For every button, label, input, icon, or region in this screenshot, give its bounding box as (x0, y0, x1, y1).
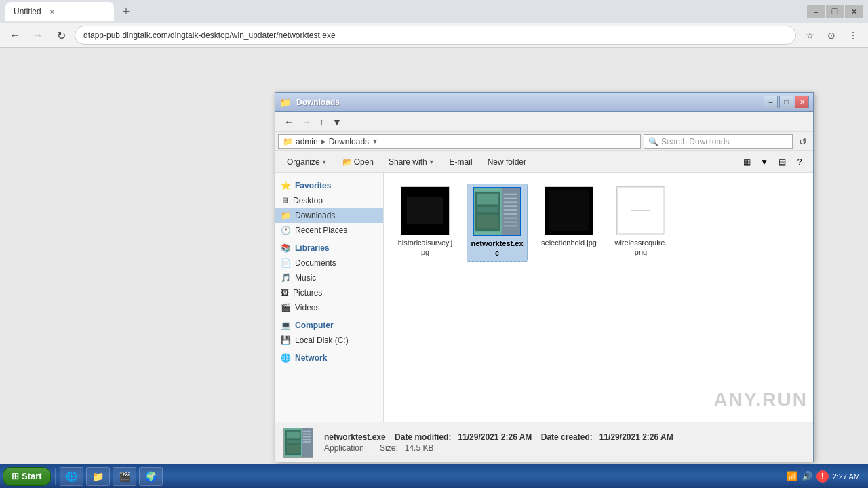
file-selectionhold[interactable]: selectionhold.jpg (538, 184, 599, 262)
refresh-button[interactable]: ↻ (52, 26, 71, 45)
videos-label: Videos (295, 303, 319, 312)
status-date-modified-label: Date modified: (395, 432, 451, 442)
browser-minimize-btn[interactable]: – (807, 5, 825, 18)
file-name-networktest: networktest.exe (470, 239, 524, 258)
browser-tab[interactable]: Untitled × (5, 2, 114, 21)
taskbar-browser-icon: 🌐 (66, 471, 77, 482)
sidebar-item-documents[interactable]: 📄 Documents (275, 256, 383, 270)
file-name-wirelessrequire: wirelessrequire.png (613, 238, 669, 258)
desktop-label: Desktop (293, 196, 323, 205)
open-button[interactable]: 📂 Open (336, 153, 380, 171)
explorer-refresh-btn[interactable]: ↺ (795, 133, 810, 150)
explorer-title: Downloads (296, 98, 761, 107)
tray-icon-sound[interactable]: 🔊 (802, 471, 812, 481)
svg-rect-1 (407, 197, 443, 224)
organize-button[interactable]: Organize ▼ (281, 153, 334, 171)
explorer-path-box[interactable]: 📁 admin ▶ Downloads ▼ (278, 134, 641, 149)
search-placeholder: Search Downloads (661, 137, 730, 146)
sidebar-item-downloads[interactable]: 📁 Downloads (275, 208, 383, 223)
taskbar-item-browser[interactable]: 🌐 (60, 467, 83, 486)
share-arrow: ▼ (429, 159, 435, 165)
svg-rect-3 (502, 188, 520, 235)
sidebar-item-localdisk[interactable]: 💾 Local Disk (C:) (275, 333, 383, 348)
status-type: Application (324, 443, 364, 453)
status-details: Application Size: 14.5 KB (324, 443, 673, 453)
downloads-icon: 📁 (281, 211, 291, 220)
tab-close-btn[interactable]: × (47, 6, 58, 17)
sidebar-computer-header[interactable]: 💻 Computer (275, 318, 383, 333)
browser-navbar: ← → ↻ ☆ ⊙ ⋮ (0, 23, 868, 47)
explorer-maximize-btn[interactable]: □ (779, 96, 793, 108)
back-button[interactable]: ← (5, 26, 24, 45)
menu-button[interactable]: ⋮ (844, 26, 863, 45)
taskbar-item-media[interactable]: 🎬 (113, 467, 136, 486)
taskbar-item-web[interactable]: 🌍 (139, 467, 163, 486)
email-button[interactable]: E-mail (443, 153, 479, 171)
sidebar-item-desktop[interactable]: 🖥 Desktop (275, 193, 383, 208)
libraries-section: 📚 Libraries 📄 Documents 🎵 Music 🖼 Pictur… (275, 241, 383, 315)
taskbar-divider (55, 468, 56, 485)
help-btn[interactable]: ? (791, 154, 808, 170)
taskbar-item-folder[interactable]: 📁 (86, 467, 110, 486)
tab-title: Untitled (14, 7, 41, 16)
svg-rect-4 (504, 194, 517, 195)
file-historicalsurvey[interactable]: historicalsurvey.jpg (395, 184, 456, 262)
sidebar-item-recent-places[interactable]: 🕐 Recent Places (275, 223, 383, 238)
file-wirelessrequire[interactable]: — wirelessrequire.png (610, 184, 671, 262)
browser-content: 📁 Downloads – □ ✕ ← → ↑ ▼ 📁 admin ▶ Down… (0, 48, 868, 488)
explorer-back-btn[interactable]: ← (281, 113, 297, 131)
explorer-up-btn[interactable]: ↑ (316, 113, 328, 131)
tray-security-icon[interactable]: ! (816, 470, 829, 483)
explorer-close-btn[interactable]: ✕ (795, 96, 809, 108)
sidebar-network-header[interactable]: 🌐 Network (275, 350, 383, 365)
taskbar: ⊞ Start 🌐 📁 🎬 🌍 📶 🔊 ! 2:27 AM (0, 464, 868, 488)
browser-maximize-btn[interactable]: ❐ (826, 5, 844, 18)
network-section: 🌐 Network (275, 350, 383, 365)
status-info: networktest.exe Date modified: 11/29/202… (324, 432, 673, 453)
view-dropdown-btn[interactable]: ▼ (756, 154, 772, 170)
file-networktest[interactable]: networktest.exe (467, 184, 528, 262)
forward-button[interactable]: → (28, 26, 47, 45)
sidebar-libraries-header[interactable]: 📚 Libraries (275, 241, 383, 256)
explorer-search-box[interactable]: 🔍 Search Downloads (644, 134, 793, 149)
svg-rect-25 (287, 431, 300, 438)
libraries-icon: 📚 (281, 243, 291, 253)
sidebar-item-pictures[interactable]: 🖼 Pictures (275, 285, 383, 300)
explorer-command-bar: Organize ▼ 📂 Open Share with ▼ E-mail Ne… (275, 151, 813, 173)
status-size: 14.5 KB (405, 443, 434, 453)
explorer-minimize-btn[interactable]: – (764, 96, 778, 108)
svg-rect-18 (549, 190, 589, 231)
account-button[interactable]: ⊙ (822, 26, 841, 45)
explorer-forward-btn[interactable]: → (298, 113, 315, 131)
browser-close-btn[interactable]: ✕ (845, 5, 863, 18)
documents-label: Documents (295, 258, 336, 268)
tray-icon-network[interactable]: 📶 (787, 471, 797, 481)
taskbar-folder-icon: 📁 (92, 471, 104, 482)
file-name-historicalsurvey: historicalsurvey.jpg (397, 238, 453, 258)
sidebar-item-videos[interactable]: 🎬 Videos (275, 300, 383, 315)
path-part-admin: admin (296, 137, 318, 146)
svg-rect-29 (303, 433, 311, 434)
svg-rect-7 (504, 205, 517, 207)
sidebar-favorites-header[interactable]: ⭐ Favorites (275, 178, 383, 193)
view-icon-btn[interactable]: ▦ (738, 154, 755, 170)
explorer-recent-btn[interactable]: ▼ (329, 113, 345, 131)
status-date-modified: 11/29/2021 2:26 AM (458, 432, 532, 442)
bookmark-button[interactable]: ☆ (800, 26, 819, 45)
view-details-btn[interactable]: ▤ (774, 154, 790, 170)
sidebar-item-music[interactable]: 🎵 Music (275, 270, 383, 285)
explorer-nav-toolbar: ← → ↑ ▼ (275, 112, 813, 132)
explorer-statusbar: networktest.exe Date modified: 11/29/202… (275, 422, 813, 462)
file-thumb-selectionhold (545, 186, 593, 235)
browser-chrome: Untitled × + – ❐ ✕ ← → ↻ ☆ ⊙ ⋮ (0, 0, 868, 48)
address-bar[interactable] (75, 26, 796, 45)
share-with-button[interactable]: Share with ▼ (382, 153, 441, 171)
svg-rect-31 (303, 439, 311, 440)
search-icon: 🔍 (648, 137, 658, 146)
new-folder-button[interactable]: New folder (481, 153, 532, 171)
svg-rect-27 (287, 445, 300, 452)
svg-rect-15 (477, 207, 498, 212)
email-label: E-mail (450, 157, 473, 167)
new-tab-button[interactable]: + (117, 2, 136, 21)
start-button[interactable]: ⊞ Start (3, 467, 51, 486)
